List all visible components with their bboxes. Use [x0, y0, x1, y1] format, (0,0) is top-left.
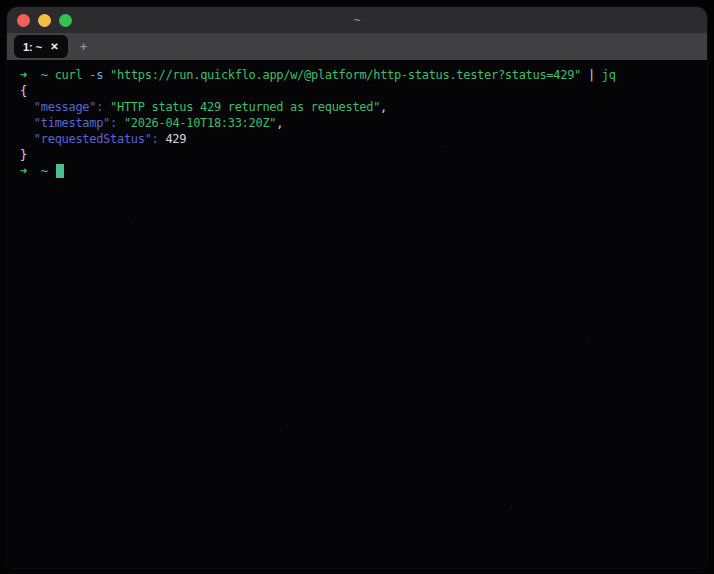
- terminal-text-segment: [103, 100, 110, 114]
- terminal-text-segment: {: [20, 84, 27, 98]
- terminal-text-segment: [20, 100, 34, 114]
- tab-bar: 1: ~ ✕ +: [7, 33, 707, 60]
- terminal-text-segment: [20, 116, 34, 130]
- titlebar[interactable]: ~: [7, 7, 707, 33]
- terminal-text-segment: "https://run.quickflo.app/w/@platform/ht…: [110, 68, 581, 82]
- terminal-line: "message": "HTTP status 429 returned as …: [20, 99, 697, 115]
- terminal-line: "requestedStatus": 429: [20, 131, 697, 147]
- traffic-lights: [17, 14, 72, 27]
- new-tab-button[interactable]: +: [80, 40, 88, 53]
- terminal-text-segment: curl: [55, 68, 83, 82]
- zoom-window-button[interactable]: [59, 14, 72, 27]
- terminal-text-segment: [117, 116, 124, 130]
- terminal-text-segment: ~: [41, 164, 48, 178]
- terminal-text-segment: [27, 68, 41, 82]
- terminal-text-segment: "2026-04-10T18:33:20Z": [124, 116, 276, 130]
- terminal-text-segment: }: [20, 148, 27, 162]
- terminal-text-segment: ,: [380, 100, 387, 114]
- minimize-window-button[interactable]: [38, 14, 51, 27]
- terminal-text-segment: ➜: [20, 68, 27, 82]
- terminal-text-segment: [48, 68, 55, 82]
- terminal-screen[interactable]: ➜ ~ curl -s "https://run.quickflo.app/w/…: [7, 60, 707, 568]
- terminal-line: ➜ ~: [20, 163, 697, 179]
- window-title: ~: [7, 13, 707, 27]
- terminal-text-segment: ➜: [20, 164, 27, 178]
- terminal-text-segment: "requestedStatus":: [34, 132, 159, 146]
- terminal-text-segment: [20, 132, 34, 146]
- tab-active[interactable]: 1: ~ ✕: [14, 35, 68, 58]
- terminal-text-segment: ~: [41, 68, 48, 82]
- tab-close-icon[interactable]: ✕: [50, 42, 58, 52]
- terminal-line: ➜ ~ curl -s "https://run.quickflo.app/w/…: [20, 67, 697, 83]
- terminal-line: {: [20, 83, 697, 99]
- terminal-text-segment: [48, 164, 55, 178]
- terminal-text-segment: "message":: [34, 100, 103, 114]
- terminal-line: "timestamp": "2026-04-10T18:33:20Z",: [20, 115, 697, 131]
- terminal-line: }: [20, 147, 697, 163]
- terminal-text-segment: [27, 164, 41, 178]
- terminal-cursor: [56, 164, 64, 178]
- terminal-text-segment: jq: [602, 68, 616, 82]
- close-window-button[interactable]: [17, 14, 30, 27]
- terminal-window: ~ 1: ~ ✕ + ➜ ~ curl -s "https://run.quic…: [7, 7, 707, 568]
- terminal-text-segment: 429: [159, 132, 187, 146]
- terminal-text-segment: |: [581, 68, 602, 82]
- terminal-text-segment: -s: [89, 68, 103, 82]
- terminal-text-segment: ,: [276, 116, 283, 130]
- terminal-text-segment: "HTTP status 429 returned as requested": [110, 100, 380, 114]
- tab-label: 1: ~: [23, 41, 42, 53]
- terminal-text-segment: "timestamp":: [34, 116, 117, 130]
